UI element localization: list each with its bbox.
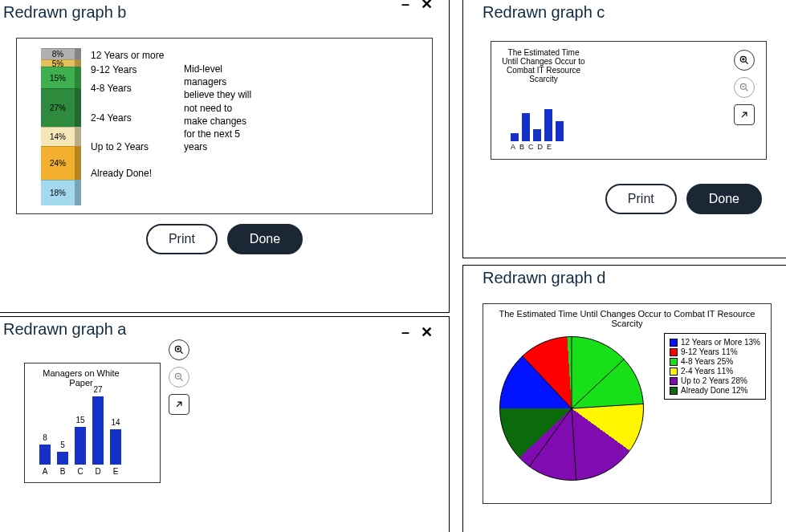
axis-tick: A (39, 467, 51, 476)
pie-legend: 12 Years or More 13%9-12 Years 11%4-8 Ye… (664, 333, 766, 400)
panel-title: Redrawn graph a (0, 317, 449, 347)
legend-swatch (670, 387, 678, 395)
segment-label: 9-12 Years (91, 63, 164, 77)
stacked-bar-labels: 12 Years or more9-12 Years4-8 Years2-4 Y… (91, 48, 164, 190)
legend-label: Already Done 12% (681, 386, 747, 395)
svg-line-5 (746, 89, 748, 91)
bar-segment: 27% (41, 88, 75, 127)
stacked-bar-edge (75, 48, 81, 205)
x-axis-labels: ABCDE (511, 143, 556, 151)
panel-graph-b: – ✕ Redrawn graph b 8%5%15%27%14%24%18% … (0, 0, 450, 313)
minimize-icon[interactable]: – (401, 0, 409, 13)
svg-line-8 (181, 351, 183, 354)
done-button[interactable]: Done (227, 224, 303, 254)
svg-line-12 (181, 379, 183, 381)
axis-tick: D (92, 467, 104, 476)
print-button[interactable]: Print (605, 184, 677, 214)
bar (544, 109, 552, 141)
legend-swatch (670, 339, 678, 347)
bar-chart: 85152714 (39, 392, 136, 465)
svg-line-17 (572, 408, 576, 481)
chart-title: Managers on White Paper (33, 368, 129, 388)
segment-label: 2-4 Years (91, 99, 164, 137)
legend-swatch (670, 358, 678, 366)
chart-title: The Estimated Time Until Changes Occur t… (483, 309, 771, 328)
legend-label: 12 Years or More 13% (681, 338, 760, 347)
close-icon[interactable]: ✕ (421, 0, 433, 13)
legend-item: Already Done 12% (670, 386, 760, 395)
legend-item: Up to 2 Years 28% (670, 376, 760, 385)
svg-line-1 (746, 62, 748, 64)
segment-label: 4-8 Years (91, 77, 164, 99)
legend-swatch (670, 377, 678, 385)
bar (556, 121, 564, 141)
segment-label: Already Done! (91, 156, 164, 190)
bar-segment: 8% (41, 48, 75, 59)
bar: 8 (39, 445, 51, 465)
legend-label: 2-4 Years 11% (681, 367, 733, 376)
segment-label: Up to 2 Years (91, 137, 164, 156)
panel-title: Redrawn graph c (463, 0, 786, 30)
legend-label: 4-8 Years 25% (681, 357, 733, 366)
legend-item: 4-8 Years 25% (670, 357, 760, 366)
zoom-out-icon[interactable] (169, 367, 189, 388)
bar (533, 129, 541, 141)
bar-segment: 18% (41, 180, 75, 205)
panel-title: Redrawn graph b (0, 0, 449, 30)
bar-value: 8 (43, 433, 47, 442)
panel-graph-d: Redrawn graph d The Estimated Time Until… (462, 265, 786, 532)
legend-swatch (670, 368, 678, 376)
chart-box-b: 8%5%15%27%14%24%18% 12 Years or more9-12… (16, 38, 433, 214)
svg-line-15 (572, 359, 625, 408)
bar-segment: 14% (41, 127, 75, 146)
svg-line-16 (572, 404, 644, 408)
bar: 5 (57, 452, 68, 465)
chart-box-d: The Estimated Time Until Changes Occur t… (483, 303, 772, 504)
minimize-icon[interactable]: – (401, 324, 409, 341)
axis-tick: C (75, 467, 86, 476)
chart-title: The Estimated Time Until Changes Occur t… (499, 48, 588, 83)
caption: Mid-level managers believe they will not… (184, 63, 256, 153)
svg-line-18 (529, 408, 572, 467)
bar: 14 (110, 429, 121, 465)
panel-graph-c: Redrawn graph c The Estimated Time Until… (462, 0, 786, 258)
segment-label: 12 Years or more (91, 48, 164, 63)
axis-tick: B (57, 467, 68, 476)
done-button[interactable]: Done (686, 184, 762, 214)
zoom-in-icon[interactable] (734, 50, 755, 71)
print-button[interactable]: Print (146, 224, 218, 254)
bar-segment: 15% (41, 67, 75, 88)
legend-item: 12 Years or More 13% (670, 338, 760, 347)
bar: 27 (92, 396, 104, 465)
bar-value: 15 (75, 416, 84, 424)
chart-box-a: Managers on White Paper 85152714 ABCDE (24, 363, 161, 483)
mini-bar-chart (511, 109, 583, 141)
open-external-icon[interactable] (734, 104, 755, 125)
bar (511, 133, 519, 141)
bar (522, 113, 530, 141)
bar: 15 (75, 427, 86, 465)
legend-item: 2-4 Years 11% (670, 367, 760, 376)
legend-label: Up to 2 Years 28% (681, 376, 747, 385)
legend-label: 9-12 Years 11% (681, 347, 738, 356)
legend-item: 9-12 Years 11% (670, 347, 760, 356)
bar-segment: 5% (41, 59, 75, 67)
x-axis-labels: ABCDE (39, 467, 121, 476)
zoom-in-icon[interactable] (169, 339, 189, 360)
zoom-out-icon[interactable] (734, 77, 755, 98)
bar-segment: 24% (41, 146, 75, 180)
pie-dividers (499, 336, 644, 481)
bar-value: 5 (60, 441, 65, 449)
chart-box-c: The Estimated Time Until Changes Occur t… (491, 41, 767, 160)
bar-value: 14 (111, 418, 120, 427)
svg-line-19 (522, 355, 572, 408)
close-icon[interactable]: ✕ (421, 323, 433, 341)
open-external-icon[interactable] (169, 394, 189, 415)
legend-swatch (670, 348, 678, 356)
panel-graph-a: – ✕ Redrawn graph a Managers on White Pa… (0, 316, 450, 532)
stacked-bar: 8%5%15%27%14%24%18% (41, 48, 75, 205)
panel-title: Redrawn graph d (463, 266, 786, 295)
axis-tick: E (110, 467, 121, 476)
bar-value: 27 (93, 385, 102, 394)
